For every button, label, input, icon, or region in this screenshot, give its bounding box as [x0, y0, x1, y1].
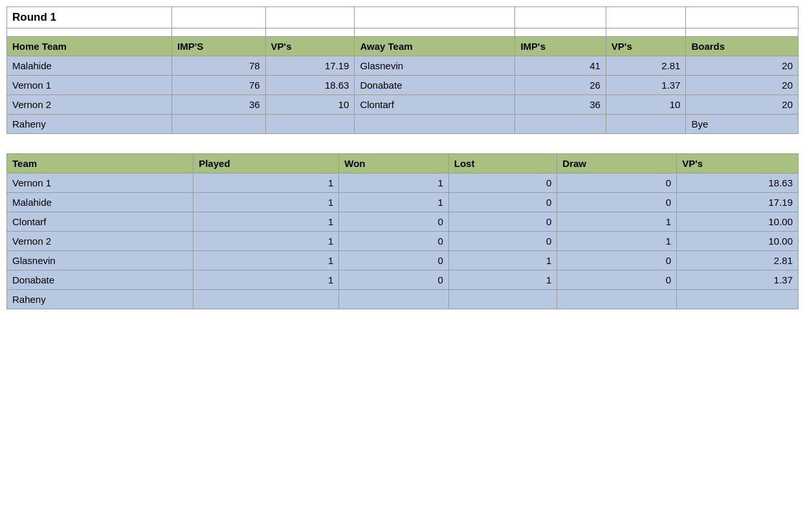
col-away-team: Away Team	[355, 37, 515, 56]
round-title: Round 1	[7, 7, 172, 28]
table-row: Vernon 17618.63Donabate261.3720	[7, 76, 799, 95]
col-played: Played	[193, 154, 339, 173]
table-row: Vernon 2100110.00	[7, 232, 799, 251]
col-away-imps: IMP's	[515, 37, 606, 56]
col-boards: Boards	[686, 37, 799, 56]
col-home-team: Home Team	[7, 37, 172, 56]
col-away-vps: VP's	[606, 37, 686, 56]
round-header-row: Home Team IMP'S VP's Away Team IMP's VP'…	[7, 37, 799, 56]
col-draw: Draw	[557, 154, 677, 173]
table-row: Donabate10101.37	[7, 271, 799, 290]
empty-row	[7, 28, 799, 37]
table-row: Malahide110017.19	[7, 193, 799, 212]
table-row: Raheny	[7, 290, 799, 309]
col-home-imps: IMP'S	[171, 37, 265, 56]
table-row: Vernon 23610Clontarf361020	[7, 95, 799, 115]
standings-section: Team Played Won Lost Draw VP's Vernon 11…	[6, 153, 799, 309]
standings-table-body: Vernon 1110018.63Malahide110017.19Clonta…	[7, 173, 799, 309]
col-lost: Lost	[448, 154, 557, 173]
col-won: Won	[339, 154, 448, 173]
standings-header-row: Team Played Won Lost Draw VP's	[7, 154, 799, 173]
table-row: Glasnevin10102.81	[7, 251, 799, 271]
table-row: Vernon 1110018.63	[7, 173, 799, 193]
round-table: Round 1 Home Team IMP'S	[6, 6, 799, 134]
col-vps: VP's	[677, 154, 799, 173]
col-home-vps: VP's	[265, 37, 355, 56]
round-section: Round 1 Home Team IMP'S	[6, 6, 799, 134]
round-table-body: Malahide7817.19Glasnevin412.8120Vernon 1…	[7, 56, 799, 134]
table-row: Clontarf100110.00	[7, 212, 799, 232]
round-title-row: Round 1	[7, 7, 799, 28]
table-row: Malahide7817.19Glasnevin412.8120	[7, 56, 799, 76]
standings-table: Team Played Won Lost Draw VP's Vernon 11…	[6, 153, 799, 309]
col-team: Team	[7, 154, 193, 173]
table-row: RahenyBye	[7, 115, 799, 134]
